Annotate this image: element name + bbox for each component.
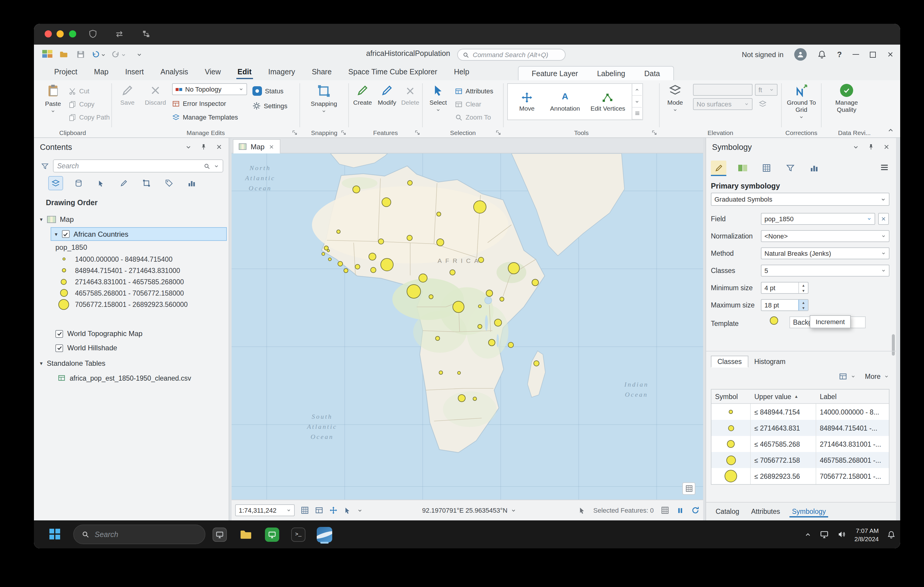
snapping-button[interactable]: Snapping	[305, 84, 343, 113]
tray-display-icon[interactable]	[820, 530, 829, 539]
legend-item[interactable]: 7056772.158001 - 26892923.560000	[58, 299, 188, 310]
map-symbol[interactable]	[352, 185, 360, 193]
map-canvas[interactable]: North Atlantic Ocean South Atlantic Ocea…	[232, 153, 703, 500]
help-icon[interactable]: ?	[837, 50, 842, 59]
map-symbol[interactable]	[370, 267, 376, 273]
map-symbol[interactable]	[407, 180, 412, 185]
mac-zoom-button[interactable]	[69, 30, 76, 38]
redo-dropdown-icon[interactable]	[121, 53, 126, 58]
discard-edits-button[interactable]: Discard	[142, 84, 169, 106]
window-minimize-icon[interactable]	[853, 54, 859, 55]
tab-edit[interactable]: Edit	[229, 65, 260, 80]
map-symbol[interactable]	[382, 197, 391, 207]
label-cell[interactable]: 2714643.831001 -...	[820, 441, 881, 447]
table-row[interactable]: ≤ 848944.7154 14000.000000 - 8...	[711, 404, 889, 420]
gallery-up-icon[interactable]	[632, 84, 642, 96]
window-close-icon[interactable]	[886, 51, 894, 58]
attributes-tab[interactable]: Attributes	[746, 505, 785, 518]
map-symbol[interactable]	[473, 201, 487, 214]
map-tab[interactable]: Map	[233, 139, 281, 153]
table-row[interactable]: ≤ 7056772.158 4657585.268001 -...	[711, 452, 889, 468]
table-options-icon[interactable]	[839, 372, 847, 381]
refresh-icon[interactable]	[691, 506, 700, 515]
map-symbol[interactable]	[508, 342, 514, 348]
classes-tab[interactable]: Classes	[711, 356, 748, 368]
snapping-status-button[interactable]: Status	[252, 85, 284, 97]
tree-item-csv-table[interactable]: africa_pop_est_1850-1950_cleaned.csv	[58, 374, 191, 382]
tray-chevron-up-icon[interactable]	[804, 531, 812, 538]
collapse-ribbon-icon[interactable]	[887, 127, 894, 134]
map-symbol[interactable]	[418, 273, 427, 282]
clear-selection-button[interactable]: Clear	[455, 98, 481, 110]
edit-vertices-tool[interactable]: Edit Vertices	[584, 84, 632, 120]
error-inspector-button[interactable]: Error Inspector	[172, 97, 226, 109]
list-by-snapping-icon[interactable]	[139, 176, 153, 190]
map-symbol[interactable]	[327, 249, 330, 252]
upper-value-cell[interactable]: ≤ 26892923.56	[754, 472, 800, 480]
modify-features-button[interactable]: Modify	[375, 84, 399, 106]
primary-symbology-combo[interactable]: Graduated Symbols	[711, 193, 889, 206]
legend-item[interactable]: 848944.715401 - 2714643.831000	[58, 265, 188, 276]
map-symbol[interactable]	[328, 258, 332, 261]
layer-checkbox[interactable]	[55, 344, 63, 352]
field-combo[interactable]: pop_1850	[761, 213, 875, 225]
tab-imagery[interactable]: Imagery	[260, 65, 304, 80]
annotation-tool[interactable]: A Annotation	[546, 84, 584, 120]
tools-launcher-icon[interactable]	[651, 130, 657, 136]
mac-minimize-button[interactable]	[56, 30, 64, 38]
selection-frame-icon[interactable]	[661, 506, 669, 515]
coordinates-readout[interactable]: 92.1970791°E 25.9635453°N	[422, 507, 516, 514]
map-symbol[interactable]	[508, 262, 520, 274]
contents-search-input[interactable]	[57, 162, 200, 169]
tab-feature-layer[interactable]: Feature Layer	[522, 69, 587, 77]
map-symbol[interactable]	[478, 257, 484, 263]
histogram-tab[interactable]: Histogram	[748, 356, 792, 367]
map-symbol[interactable]	[488, 339, 495, 346]
undo-icon[interactable]	[92, 50, 100, 58]
map-symbol[interactable]	[436, 238, 444, 246]
upper-value-cell[interactable]: ≤ 848944.7154	[754, 408, 800, 415]
class-symbol[interactable]	[724, 470, 737, 482]
map-symbol[interactable]	[378, 238, 384, 245]
copy-path-button[interactable]: Copy Path	[68, 111, 110, 123]
pause-drawing-icon[interactable]	[676, 506, 684, 514]
tree-item-world-hillshade[interactable]: World Hillshade	[55, 344, 117, 352]
select-button[interactable]: Select	[426, 84, 450, 112]
spin-up-icon[interactable]: ▲	[799, 283, 808, 288]
table-row[interactable]: ≤ 2714643.831 848944.715401 -...	[711, 420, 889, 436]
class-symbol[interactable]	[727, 440, 735, 448]
label-cell[interactable]: 4657585.268001 -...	[820, 457, 881, 464]
gallery-expand-icon[interactable]	[632, 108, 642, 120]
upper-value-column-header[interactable]: Upper value▲	[751, 393, 816, 400]
tab-map[interactable]: Map	[86, 65, 117, 80]
map-symbol[interactable]	[500, 297, 504, 301]
label-cell[interactable]: 848944.715401 -...	[820, 424, 877, 431]
elevation-mode-button[interactable]: Mode	[663, 84, 687, 112]
create-features-button[interactable]: Create	[351, 84, 374, 106]
ground-to-grid-button[interactable]: Ground To Grid	[784, 84, 819, 120]
tab-analysis[interactable]: Analysis	[152, 65, 196, 80]
avatar[interactable]	[794, 48, 807, 61]
shield-icon[interactable]	[89, 30, 97, 38]
sign-in-status[interactable]: Not signed in	[742, 50, 784, 59]
template-symbol[interactable]	[770, 316, 778, 325]
mac-close-button[interactable]	[45, 30, 52, 38]
class-symbol[interactable]	[726, 455, 736, 465]
table-row[interactable]: ≤ 26892923.56 7056772.158001 -...	[711, 468, 889, 484]
notification-center-icon[interactable]	[887, 530, 896, 539]
gallery-down-icon[interactable]	[632, 96, 642, 108]
customize-qat-icon[interactable]	[136, 52, 142, 58]
legend-item[interactable]: 4657585.268001 - 7056772.158000	[58, 287, 188, 299]
select-tool-icon[interactable]	[343, 506, 351, 514]
classes-combo[interactable]: 5	[761, 265, 889, 276]
symbol-layer-drawing-tab[interactable]	[759, 161, 774, 175]
tray-volume-icon[interactable]	[837, 530, 846, 539]
spin-up-icon[interactable]: ▲	[799, 300, 808, 305]
add-layout-icon[interactable]	[301, 506, 309, 515]
minimum-size-spinner[interactable]: 4 pt ▲▼	[761, 282, 808, 294]
vary-symbology-tab[interactable]	[735, 161, 750, 175]
map-symbol[interactable]	[439, 370, 443, 374]
contents-search[interactable]	[53, 159, 223, 173]
command-search-input[interactable]	[473, 51, 556, 58]
tree-item-map[interactable]: ▾ Map	[40, 215, 74, 224]
